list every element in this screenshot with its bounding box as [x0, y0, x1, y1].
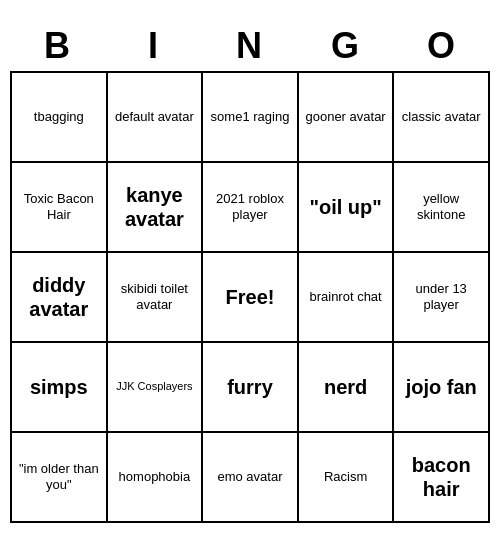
bingo-cell-12: Free! — [203, 253, 299, 343]
bingo-cell-9: yellow skintone — [394, 163, 490, 253]
bingo-cell-3: gooner avatar — [299, 73, 395, 163]
bingo-cell-11: skibidi toilet avatar — [108, 253, 204, 343]
bingo-cell-22: emo avatar — [203, 433, 299, 523]
bingo-cell-2: some1 raging — [203, 73, 299, 163]
header-letter-o: O — [394, 21, 490, 71]
bingo-cell-15: simps — [12, 343, 108, 433]
bingo-cell-4: classic avatar — [394, 73, 490, 163]
header-letter-b: B — [10, 21, 106, 71]
bingo-cell-20: "im older than you" — [12, 433, 108, 523]
bingo-cell-19: jojo fan — [394, 343, 490, 433]
bingo-cell-5: Toxic Bacon Hair — [12, 163, 108, 253]
bingo-cell-1: default avatar — [108, 73, 204, 163]
bingo-cell-0: tbagging — [12, 73, 108, 163]
bingo-header: BINGO — [10, 21, 490, 71]
bingo-cell-23: Racism — [299, 433, 395, 523]
bingo-cell-16: JJK Cosplayers — [108, 343, 204, 433]
bingo-cell-7: 2021 roblox player — [203, 163, 299, 253]
header-letter-n: N — [202, 21, 298, 71]
bingo-cell-24: bacon hair — [394, 433, 490, 523]
bingo-cell-6: kanye avatar — [108, 163, 204, 253]
bingo-board: BINGO tbaggingdefault avatarsome1 raging… — [10, 21, 490, 523]
bingo-cell-21: homophobia — [108, 433, 204, 523]
bingo-cell-17: furry — [203, 343, 299, 433]
bingo-cell-10: diddy avatar — [12, 253, 108, 343]
bingo-grid: tbaggingdefault avatarsome1 raginggooner… — [10, 71, 490, 523]
header-letter-i: I — [106, 21, 202, 71]
bingo-cell-18: nerd — [299, 343, 395, 433]
bingo-cell-14: under 13 player — [394, 253, 490, 343]
bingo-cell-13: brainrot chat — [299, 253, 395, 343]
header-letter-g: G — [298, 21, 394, 71]
bingo-cell-8: "oil up" — [299, 163, 395, 253]
